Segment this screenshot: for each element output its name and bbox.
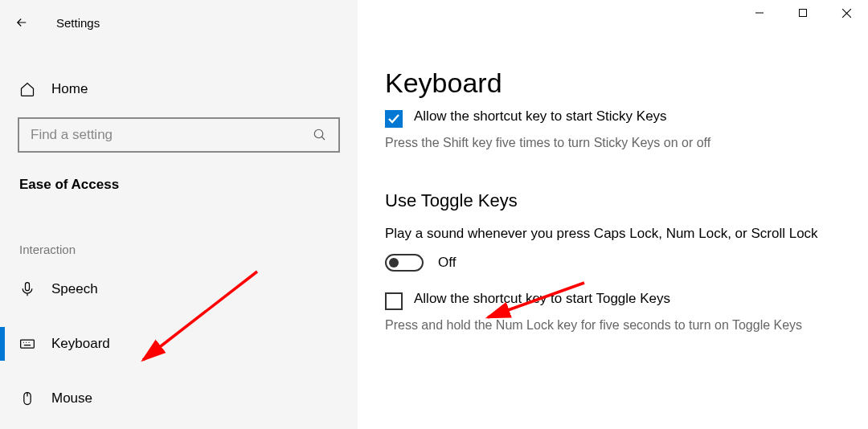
svg-point-0 <box>314 129 323 138</box>
back-icon[interactable] <box>14 15 29 30</box>
search-box[interactable] <box>18 117 340 153</box>
checkbox-label: Allow the shortcut key to start Sticky K… <box>414 108 667 125</box>
toggle-knob <box>389 258 399 268</box>
toggle-keys-desc: Play a sound whenever you press Caps Loc… <box>385 224 849 243</box>
maximize-button[interactable] <box>781 0 825 26</box>
toggle-keys-shortcut-desc: Press and hold the Num Lock key for five… <box>385 317 849 334</box>
category-title: Ease of Access <box>0 177 358 193</box>
toggle-switch[interactable] <box>385 254 424 272</box>
checkbox-label: Allow the shortcut key to start Toggle K… <box>414 291 670 307</box>
checkbox-checked-icon[interactable] <box>385 110 403 128</box>
sidebar-item-mouse[interactable]: Mouse <box>0 377 358 420</box>
sidebar-item-home[interactable]: Home <box>0 71 358 108</box>
toggle-keys-heading: Use Toggle Keys <box>385 190 849 211</box>
toggle-keys-shortcut-checkbox-row: Allow the shortcut key to start Toggle K… <box>385 292 849 310</box>
nav-label: Keyboard <box>51 336 110 352</box>
content-area: Keyboard Allow the shortcut key to start… <box>358 0 868 429</box>
page-title: Keyboard <box>385 67 849 99</box>
nav-label: Mouse <box>51 390 92 407</box>
window-controls <box>738 0 868 26</box>
sticky-keys-desc: Press the Shift key five times to turn S… <box>385 134 849 152</box>
search-icon <box>313 128 327 142</box>
svg-rect-2 <box>21 340 35 348</box>
svg-rect-5 <box>385 110 403 128</box>
titlebar: Settings <box>0 6 358 39</box>
home-icon <box>19 81 35 97</box>
mouse-icon <box>19 390 35 407</box>
sidebar-item-speech[interactable]: Speech <box>0 268 358 311</box>
microphone-icon <box>19 281 35 297</box>
keyboard-icon <box>19 336 35 352</box>
app-title: Settings <box>56 16 100 30</box>
toggle-state-label: Off <box>438 255 456 271</box>
checkbox-unchecked-icon[interactable] <box>385 292 403 310</box>
svg-rect-4 <box>800 10 807 17</box>
svg-rect-1 <box>26 283 30 291</box>
sidebar: Settings Home Ease of Access Interaction… <box>0 0 358 429</box>
toggle-keys-switch-row: Off <box>385 254 849 272</box>
sticky-keys-shortcut-checkbox-row: Allow the shortcut key to start Sticky K… <box>385 110 849 128</box>
sidebar-item-keyboard[interactable]: Keyboard <box>0 322 358 366</box>
close-button[interactable] <box>825 0 868 26</box>
home-label: Home <box>51 81 88 97</box>
search-input[interactable] <box>31 127 313 143</box>
section-label: Interaction <box>0 243 358 256</box>
minimize-button[interactable] <box>738 0 781 26</box>
nav-label: Speech <box>51 281 98 297</box>
